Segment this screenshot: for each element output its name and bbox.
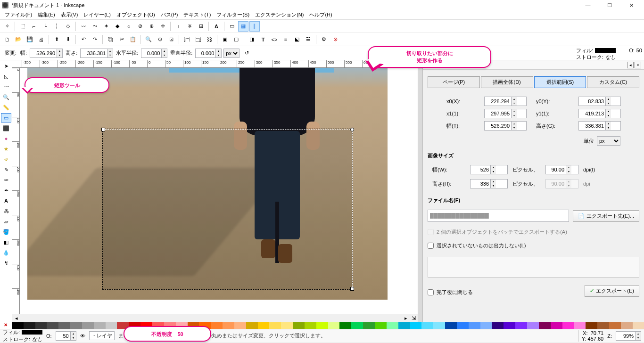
palette-swatch[interactable] [527, 322, 539, 329]
selector-tool-icon[interactable]: ➤ [1, 61, 11, 71]
tab-drawing[interactable]: 描画全体(D) [481, 76, 533, 88]
palette-swatch[interactable] [351, 322, 363, 329]
palette-swatch[interactable] [433, 322, 445, 329]
zoom-sel-icon[interactable]: 🔍 [143, 34, 154, 45]
x0-input[interactable]: ▴▾ [484, 97, 527, 106]
snap-center-bbox-icon[interactable]: ◇ [63, 21, 73, 32]
menu-file[interactable]: ファイル(F) [2, 10, 35, 19]
group-icon[interactable]: ▣ [220, 34, 230, 45]
export-icon[interactable]: ⬇ [63, 34, 73, 45]
eraser-tool-icon[interactable]: ▱ [1, 217, 11, 226]
palette-swatch[interactable] [515, 322, 527, 329]
maximize-button[interactable]: ☐ [599, 0, 620, 10]
palette-swatch[interactable] [339, 322, 351, 329]
zoom-tool-icon[interactable]: 🔍 [1, 92, 11, 102]
palette-swatch[interactable] [258, 322, 270, 329]
spray-tool-icon[interactable]: ⁂ [1, 206, 11, 216]
palette-swatch[interactable] [504, 322, 515, 329]
palette-swatch[interactable] [223, 322, 234, 329]
print-icon[interactable]: 🖨 [36, 34, 46, 45]
snap-path-icon[interactable]: ⤳ [90, 21, 100, 32]
palette-swatch[interactable] [12, 322, 24, 329]
snap-text-baseline-icon[interactable]: A [211, 21, 222, 32]
canvas[interactable] [20, 68, 418, 314]
scrollbar-horizontal[interactable]: ◂▸⇲ [12, 314, 418, 322]
node-tool-icon[interactable]: ◺ [1, 72, 11, 81]
tweak-tool-icon[interactable]: 〰 [1, 82, 11, 91]
dpi2-input[interactable]: ▴▾ [545, 179, 578, 188]
palette-swatch[interactable] [47, 322, 58, 329]
palette-swatch[interactable] [445, 322, 457, 329]
snap-corner-icon[interactable]: └ [40, 21, 50, 32]
3dbox-tool-icon[interactable]: ⬛ [1, 123, 11, 133]
snap-page-icon[interactable]: ⊞ [196, 21, 206, 32]
palette-swatch[interactable] [609, 322, 621, 329]
palette-swatch[interactable] [234, 322, 246, 329]
status-opacity-input[interactable]: ▴▾ [56, 331, 76, 341]
palette-swatch[interactable] [246, 322, 258, 329]
bezier-tool-icon[interactable]: ✑ [1, 175, 11, 185]
bh-input[interactable]: ▴▾ [578, 121, 621, 131]
color-palette[interactable]: ✕ [0, 322, 644, 329]
y1-input[interactable]: ▴▾ [578, 109, 621, 118]
handle-ne[interactable] [350, 128, 354, 131]
layer-selector[interactable]: ・レイヤ [89, 331, 115, 340]
menu-extension[interactable]: エクステンション(N) [252, 10, 306, 19]
xml-icon[interactable]: <> [269, 34, 280, 45]
snap-guide-icon[interactable]: ∥ [249, 21, 260, 32]
snap-rot-center-icon[interactable]: ✛ [157, 21, 168, 32]
area-unit-select[interactable]: px [597, 136, 620, 146]
snap-line-mid-icon[interactable]: ⊘ [135, 21, 145, 32]
layer-eye-icon[interactable]: 👁 [80, 333, 85, 339]
palette-swatch[interactable] [410, 322, 422, 329]
rectangle-tool-icon[interactable]: ▭ [1, 113, 11, 122]
width-input[interactable]: ▴▾ [30, 49, 63, 58]
pencil-tool-icon[interactable]: ✎ [1, 165, 11, 174]
palette-swatch[interactable] [269, 322, 281, 329]
palette-swatch[interactable] [106, 322, 117, 329]
snap-page-border-icon[interactable]: ▭ [227, 21, 237, 32]
palette-swatch[interactable] [316, 322, 328, 329]
import-icon[interactable]: ⬆ [51, 34, 62, 45]
snap-cusp-icon[interactable]: ◆ [112, 21, 123, 32]
duplicate-icon[interactable]: ⿸ [182, 34, 192, 45]
filename-input[interactable] [428, 210, 569, 222]
minimize-button[interactable]: — [577, 0, 599, 10]
palette-swatch[interactable] [480, 322, 492, 329]
palette-swatch[interactable] [211, 322, 223, 329]
ry-input[interactable]: ▴▾ [195, 49, 222, 58]
batch-checkbox[interactable] [428, 229, 434, 235]
palette-swatch[interactable] [363, 322, 375, 329]
palette-swatch[interactable] [70, 322, 82, 329]
reset-rounding-icon[interactable]: ↺ [241, 48, 252, 58]
snap-enable-icon[interactable]: ✧ [2, 21, 12, 32]
imgh-input[interactable]: ▴▾ [470, 179, 508, 188]
menu-text[interactable]: テキスト(T) [181, 10, 214, 19]
zoom-page-icon[interactable]: ⊡ [166, 34, 176, 45]
palette-swatch[interactable] [492, 322, 504, 329]
palette-swatch[interactable] [551, 322, 562, 329]
palette-swatch[interactable] [24, 322, 35, 329]
palette-swatch[interactable] [35, 322, 47, 329]
unlink-icon[interactable]: ⛓ [204, 34, 215, 45]
snap-edge-icon[interactable]: ⌐ [29, 21, 39, 32]
ruler-horizontal[interactable]: -350-300-250-200-150-100-500501001502002… [12, 60, 418, 68]
snap-baseline-icon[interactable]: ⟂ [173, 21, 183, 32]
save-icon[interactable]: 💾 [25, 34, 35, 45]
status-fill-swatch[interactable] [22, 330, 42, 335]
tab-page[interactable]: ページ(P) [428, 76, 480, 88]
menu-edit[interactable]: 編集(E) [35, 10, 58, 19]
paste-icon[interactable]: 📋 [128, 34, 138, 45]
dropper-tool-icon[interactable]: 💧 [1, 248, 11, 257]
palette-swatch[interactable] [293, 322, 305, 329]
text-tool-icon[interactable]: A [1, 196, 11, 205]
snap-grid-icon[interactable]: ▦ [238, 21, 248, 32]
palette-swatch[interactable] [597, 322, 609, 329]
bucket-tool-icon[interactable]: 🪣 [1, 227, 11, 237]
y0-input[interactable]: ▴▾ [578, 97, 621, 106]
palette-none[interactable]: ✕ [0, 322, 12, 329]
menu-view[interactable]: 表示(V) [58, 10, 81, 19]
palette-swatch[interactable] [281, 322, 293, 329]
clone-icon[interactable]: ⿹ [193, 34, 203, 45]
palette-swatch[interactable] [621, 322, 633, 329]
